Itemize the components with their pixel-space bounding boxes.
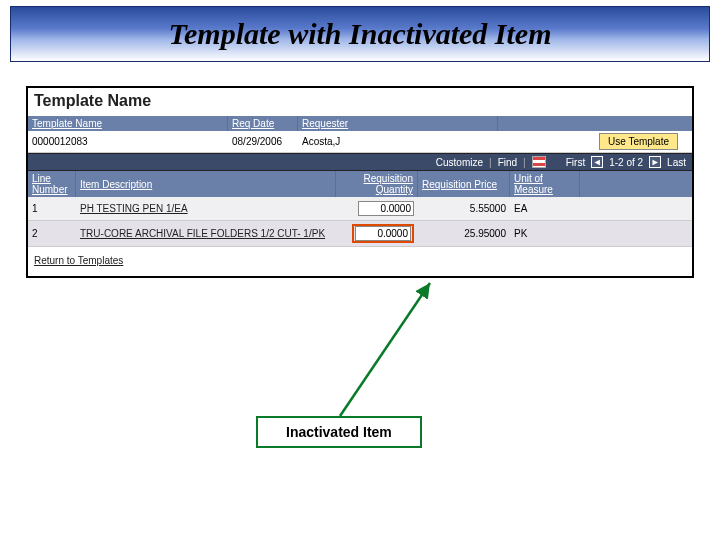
req-price-value: 5.55000 bbox=[418, 200, 510, 217]
line-number: 2 bbox=[28, 225, 76, 242]
req-date-value: 08/29/2006 bbox=[228, 134, 298, 149]
first-label: First bbox=[566, 157, 585, 168]
col-req-date[interactable]: Req Date bbox=[228, 116, 298, 131]
template-data-row: 0000012083 08/29/2006 Acosta,J Use Templ… bbox=[28, 131, 692, 153]
next-page-icon[interactable]: ► bbox=[649, 156, 661, 168]
req-qty-input[interactable] bbox=[355, 226, 411, 241]
prev-page-icon[interactable]: ◄ bbox=[591, 156, 603, 168]
slide-title: Template with Inactivated Item bbox=[168, 17, 551, 51]
use-template-button[interactable]: Use Template bbox=[599, 133, 678, 150]
template-header-row: Template Name Req Date Requester bbox=[28, 116, 692, 131]
col-req-qty[interactable]: Requisition Quantity bbox=[336, 171, 418, 197]
grid-header: Line Number Item Description Requisition… bbox=[28, 171, 692, 197]
table-row: 1 PH TESTING PEN 1/EA 5.55000 EA bbox=[28, 197, 692, 221]
slide-title-banner: Template with Inactivated Item bbox=[10, 6, 710, 62]
req-qty-input[interactable] bbox=[358, 201, 414, 216]
svg-line-0 bbox=[340, 283, 430, 416]
qty-highlight-box bbox=[352, 224, 414, 243]
grid-export-icon[interactable] bbox=[532, 156, 546, 168]
template-name-value: 0000012083 bbox=[28, 134, 228, 149]
uom-value: PK bbox=[510, 225, 580, 242]
page-range: 1-2 of 2 bbox=[609, 157, 643, 168]
col-template-name[interactable]: Template Name bbox=[28, 116, 228, 131]
uom-value: EA bbox=[510, 200, 580, 217]
line-number: 1 bbox=[28, 200, 76, 217]
item-description-link[interactable]: TRU-CORE ARCHIVAL FILE FOLDERS 1/2 CUT- … bbox=[80, 228, 325, 239]
customize-link[interactable]: Customize bbox=[436, 157, 483, 168]
col-uom[interactable]: Unit of Measure bbox=[510, 171, 580, 197]
req-price-value: 25.95000 bbox=[418, 225, 510, 242]
divider: | bbox=[523, 157, 526, 168]
requester-value: Acosta,J bbox=[298, 134, 498, 149]
return-to-templates-link[interactable]: Return to Templates bbox=[28, 247, 129, 276]
item-description-link[interactable]: PH TESTING PEN 1/EA bbox=[80, 203, 188, 214]
col-requester[interactable]: Requester bbox=[298, 116, 498, 131]
callout-inactivated-item: Inactivated Item bbox=[256, 416, 422, 448]
find-link[interactable]: Find bbox=[498, 157, 517, 168]
screenshot-panel: Template Name Template Name Req Date Req… bbox=[26, 86, 694, 278]
grid-body: 1 PH TESTING PEN 1/EA 5.55000 EA 2 TRU-C… bbox=[28, 197, 692, 247]
col-req-price[interactable]: Requisition Price bbox=[418, 171, 510, 197]
callout-label: Inactivated Item bbox=[286, 424, 392, 440]
section-title: Template Name bbox=[28, 88, 692, 116]
table-row: 2 TRU-CORE ARCHIVAL FILE FOLDERS 1/2 CUT… bbox=[28, 221, 692, 247]
col-item-description[interactable]: Item Description bbox=[76, 171, 336, 197]
grid-toolbar: Customize | Find | First ◄ 1-2 of 2 ► La… bbox=[28, 153, 692, 171]
col-line-number[interactable]: Line Number bbox=[28, 171, 76, 197]
divider: | bbox=[489, 157, 492, 168]
last-label: Last bbox=[667, 157, 686, 168]
